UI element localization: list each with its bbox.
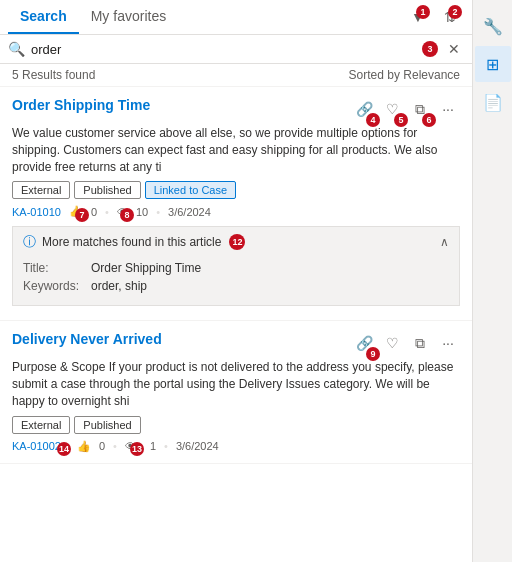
tag-linked-to-case: Linked to Case [145,181,236,199]
article-tags: External Published [12,416,460,434]
article-header: Order Shipping Time 🔗 4 ♡ 5 ⧉ 6 [12,97,460,121]
article-actions: 🔗 4 ♡ 5 ⧉ 6 ··· [352,97,460,121]
tabs-bar: Search My favorites ▼ 1 ⇅ 2 [0,0,472,35]
results-count: 5 Results found [12,68,95,82]
article-body: We value customer service above all else… [12,125,460,175]
favorite-action-button[interactable]: ♡ [380,331,404,355]
meta-sep-2: • [156,206,160,218]
search-icon: 🔍 [8,41,25,57]
more-matches-toggle[interactable]: ⓘ More matches found in this article 12 … [13,227,459,257]
link-action-button[interactable]: 🔗 9 [352,331,376,355]
article-meta: KA-01002 14 👍 0 • 👁 13 1 • 3/6/2024 [12,440,460,453]
likes-count: 0 [99,440,105,452]
likes-count: 0 [91,206,97,218]
copy-icon: ⧉ [415,335,425,352]
tab-icons: ▼ 1 ⇅ 2 [404,3,464,31]
match-row-title: Title: Order Shipping Time [23,261,449,275]
article-meta: KA-01010 👍 7 0 • 👁 8 10 • 3/6/2024 [12,205,460,218]
more-matches-label: More matches found in this article [42,235,221,249]
more-icon: ··· [442,101,454,117]
meta-sep-1: • [113,440,117,452]
match-row-keywords: Keywords: order, ship [23,279,449,293]
tag-published: Published [74,181,140,199]
wrench-button[interactable]: 🔧 [475,8,511,44]
tag-external: External [12,181,70,199]
thumbup-num-badge: 7 [75,208,89,222]
link-action-button[interactable]: 🔗 4 [352,97,376,121]
copy-action-button[interactable]: ⧉ 6 [408,97,432,121]
more-matches-panel: ⓘ More matches found in this article 12 … [12,226,460,306]
article-header: Delivery Never Arrived 🔗 9 ♡ ⧉ ··· [12,331,460,355]
search-count-badge: 3 [422,41,438,57]
article-id-badge: 14 [57,442,71,456]
article-id-text: KA-01002 [12,440,61,452]
copy-action-button[interactable]: ⧉ [408,331,432,355]
views-badge-2: 13 [130,442,144,456]
sidebar: 🔧 ⊞ 📄 [472,0,512,562]
wrench-icon: 🔧 [483,17,503,36]
main-panel: Search My favorites ▼ 1 ⇅ 2 🔍 3 ✕ 5 Resu… [0,0,472,562]
meta-icon-views: 👁 8 [117,206,128,218]
article-date: 3/6/2024 [176,440,219,452]
article-card: Order Shipping Time 🔗 4 ♡ 5 ⧉ 6 [0,87,472,321]
meta-sep-1: • [105,206,109,218]
columns-button[interactable]: ⊞ [475,46,511,82]
article-date: 3/6/2024 [168,206,211,218]
article-tags: External Published Linked to Case [12,181,460,199]
filter-badge: 1 [416,5,430,19]
article-title[interactable]: Delivery Never Arrived [12,331,344,347]
search-input[interactable] [31,42,414,57]
meta-sep-2: • [164,440,168,452]
search-bar: 🔍 3 ✕ [0,35,472,64]
article-body: Purpose & Scope If your product is not d… [12,359,460,409]
doc-button[interactable]: 📄 [475,84,511,120]
columns-icon: ⊞ [486,55,499,74]
more-action-button[interactable]: ··· [436,97,460,121]
doc-icon: 📄 [483,93,503,112]
copy-num-badge: 6 [422,113,436,127]
link-num-badge: 4 [366,113,380,127]
sort-badge: 2 [448,5,462,19]
tag-published: Published [74,416,140,434]
more-matches-header-left: ⓘ More matches found in this article 12 [23,233,245,251]
sort-label: Sorted by Relevance [349,68,460,82]
match-value-keywords: order, ship [91,279,147,293]
meta-icon-thumbup: 👍 7 [69,205,83,218]
more-matches-badge: 12 [229,234,245,250]
views-count: 1 [150,440,156,452]
views-num-badge: 8 [120,208,134,222]
match-label-keywords: Keywords: [23,279,83,293]
meta-icon-thumbup: 👍 [77,440,91,453]
tab-search[interactable]: Search [8,0,79,34]
article-actions: 🔗 9 ♡ ⧉ ··· [352,331,460,355]
tag-external: External [12,416,70,434]
views-icon: 👁 13 [125,440,136,452]
match-label-title: Title: [23,261,83,275]
info-icon: ⓘ [23,233,36,251]
more-matches-body: Title: Order Shipping Time Keywords: ord… [13,257,459,305]
more-action-button[interactable]: ··· [436,331,460,355]
heart-icon: ♡ [386,335,399,351]
article-id[interactable]: KA-01002 14 [12,440,61,452]
favorite-action-button[interactable]: ♡ 5 [380,97,404,121]
article-card: Delivery Never Arrived 🔗 9 ♡ ⧉ ··· [0,321,472,463]
article-id[interactable]: KA-01010 [12,206,61,218]
views-count: 10 [136,206,148,218]
match-value-title: Order Shipping Time [91,261,201,275]
tab-favorites[interactable]: My favorites [79,0,178,34]
clear-search-button[interactable]: ✕ [444,39,464,59]
results-info: 5 Results found Sorted by Relevance [0,64,472,87]
heart-num-badge: 5 [394,113,408,127]
sort-button[interactable]: ⇅ 2 [436,3,464,31]
article-title[interactable]: Order Shipping Time [12,97,344,113]
collapse-icon: ∧ [440,235,449,249]
more-icon: ··· [442,335,454,351]
content-area: Order Shipping Time 🔗 4 ♡ 5 ⧉ 6 [0,87,472,562]
filter-button[interactable]: ▼ 1 [404,3,432,31]
